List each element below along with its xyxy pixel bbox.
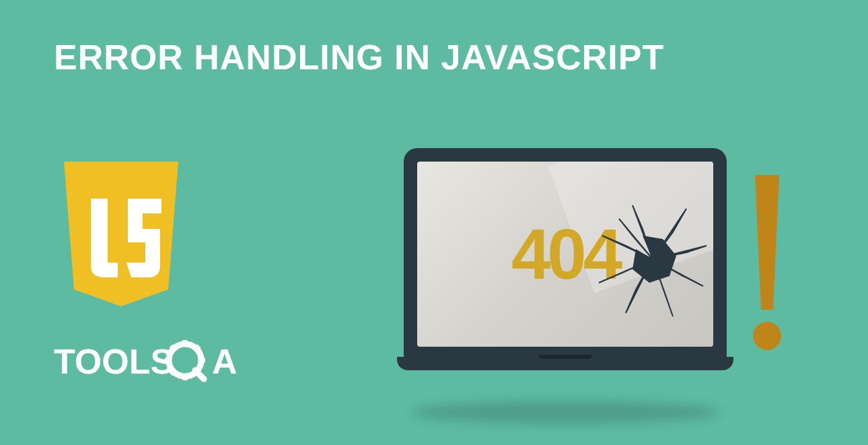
- tools-text: TOOLS: [54, 342, 174, 381]
- laptop-shadow: [410, 401, 720, 424]
- toolsqa-logo: TOOLS A: [54, 337, 283, 390]
- laptop-base: [397, 357, 733, 370]
- laptop-screen: 404: [417, 162, 713, 347]
- laptop-notch: [538, 355, 592, 359]
- crack-icon: [592, 199, 713, 320]
- exclamation-icon: [747, 175, 787, 377]
- exclamation-bar: [752, 175, 783, 310]
- laptop-illustration: 404: [397, 148, 733, 404]
- a-text: A: [212, 342, 238, 381]
- javascript-logo: [54, 162, 188, 313]
- svg-line-9: [195, 370, 204, 379]
- svg-line-7: [171, 371, 174, 374]
- svg-line-6: [196, 346, 199, 349]
- laptop-frame: 404: [404, 148, 727, 357]
- svg-line-5: [171, 346, 174, 349]
- exclamation-dot: [753, 322, 781, 350]
- page-title: ERROR HANDLING IN JAVASCRIPT: [54, 37, 664, 77]
